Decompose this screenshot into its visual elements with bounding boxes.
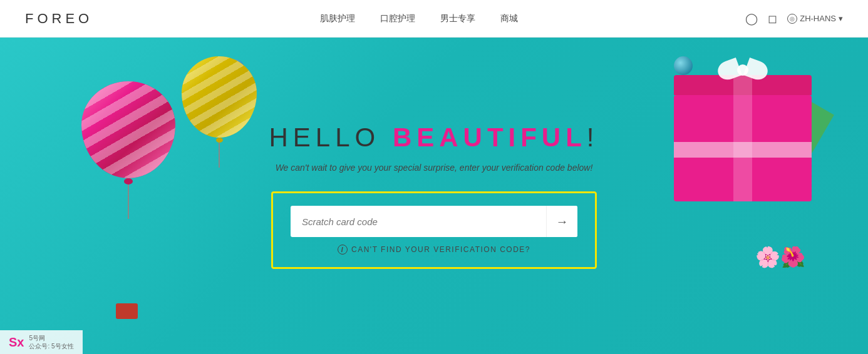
gift-bow: [718, 58, 768, 83]
lang-label: ZH-HANS: [800, 14, 836, 23]
yellow-balloon-knot: [216, 138, 223, 143]
watermark: Sx 5号网 公众号: 5号女性: [0, 330, 83, 354]
gift-ribbon-horizontal: [674, 142, 812, 158]
nav-item-shop[interactable]: 商城: [500, 13, 518, 23]
verification-card: → i CAN'T FIND YOUR VERIFICATION CODE?: [271, 191, 597, 269]
hero-title-plain: HELLO: [269, 123, 392, 152]
balloons-decoration: [81, 56, 257, 319]
scratch-code-input[interactable]: [291, 208, 546, 236]
gift-box: [674, 75, 812, 200]
chevron-down-icon: ▾: [839, 14, 843, 23]
header-right: ◯ ◻ ◎ ZH-HANS ▾: [745, 12, 843, 26]
nav-item-skincare[interactable]: 肌肤护理: [320, 13, 355, 23]
hero-title: HELLO BEAUTIFUL!: [269, 123, 599, 153]
cant-find-link[interactable]: i CAN'T FIND YOUR VERIFICATION CODE?: [338, 245, 530, 255]
main-nav: 肌肤护理 口腔护理 男士专享 商城: [320, 13, 518, 24]
pink-balloon-knot: [124, 178, 133, 185]
hero-title-accent: BEAUTIFUL: [393, 123, 587, 152]
bow-center: [737, 64, 748, 76]
pink-balloon: [81, 81, 175, 194]
pink-balloon-body: [81, 81, 175, 178]
nav-item-oral[interactable]: 口腔护理: [380, 13, 415, 23]
watermark-line1: 5号网: [29, 334, 73, 342]
watermark-text: 5号网 公众号: 5号女性: [29, 334, 73, 350]
header: FOREO 肌肤护理 口腔护理 男士专享 商城 ◯ ◻ ◎ ZH-HANS ▾: [0, 0, 868, 38]
user-icon[interactable]: ◯: [745, 12, 758, 26]
cart-icon[interactable]: ◻: [768, 12, 777, 26]
gift-balloon-body: [674, 56, 693, 75]
pink-balloon-string: [128, 185, 129, 219]
hero-subtitle: We can't wait to give you your special s…: [276, 163, 593, 173]
watermark-logo: Sx: [9, 335, 24, 350]
balloon-basket: [116, 303, 138, 319]
flower-decoration: 🌸🌺: [755, 245, 805, 269]
yellow-balloon: [182, 56, 257, 153]
globe-icon: ◎: [787, 14, 797, 24]
hero-title-end: !: [587, 123, 599, 152]
hero-section: 🌸🌺 HELLO BEAUTIFUL! We can't wait to giv…: [0, 38, 868, 354]
logo: FOREO: [25, 11, 93, 27]
language-selector[interactable]: ◎ ZH-HANS ▾: [787, 14, 843, 24]
center-content: HELLO BEAUTIFUL! We can't wait to give y…: [269, 123, 599, 269]
nav-item-mens[interactable]: 男士专享: [440, 13, 475, 23]
gift-decoration: 🌸🌺: [643, 56, 818, 294]
input-row: →: [291, 206, 577, 237]
info-icon: i: [338, 245, 348, 255]
gift-box-lid: [674, 75, 812, 95]
yellow-balloon-string: [219, 143, 220, 168]
cant-find-label: CAN'T FIND YOUR VERIFICATION CODE?: [351, 245, 530, 254]
gift-box-body: [674, 95, 812, 201]
submit-button[interactable]: →: [546, 206, 577, 237]
watermark-line2: 公众号: 5号女性: [29, 342, 73, 350]
yellow-balloon-body: [182, 56, 257, 138]
